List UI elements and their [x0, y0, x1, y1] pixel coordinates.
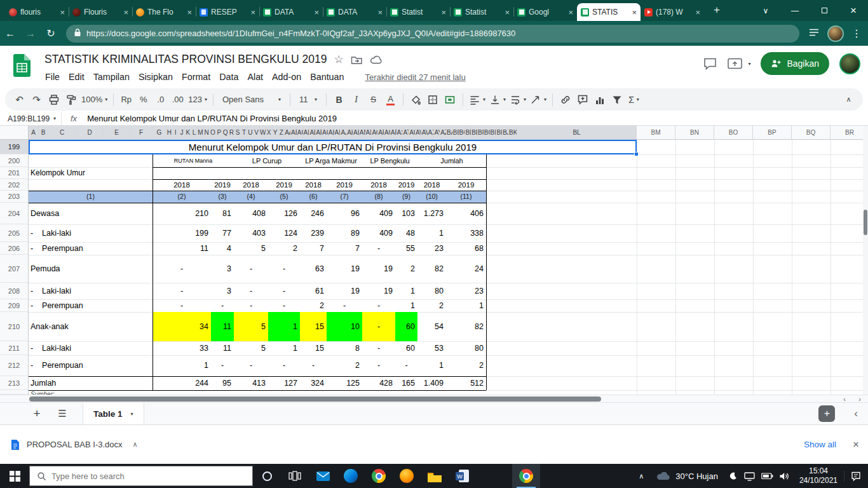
cell-204-1[interactable]: 210	[153, 203, 211, 224]
cortana-icon[interactable]	[253, 464, 281, 488]
cell-207-6[interactable]: 19	[327, 255, 362, 283]
column-header-AM[interactable]: AM	[360, 126, 366, 140]
sheets-logo-icon[interactable]	[13, 54, 31, 79]
column-header-AN[interactable]: AN	[366, 126, 372, 140]
row-label-213[interactable]: Jumlah	[31, 376, 151, 390]
cell-209-6[interactable]: -	[327, 299, 362, 312]
column-header-AS[interactable]: AS	[397, 126, 403, 140]
document-title[interactable]: STATISTIK KRIMINALITAS PROVINSI BENGKULU…	[44, 53, 327, 66]
tab-close-icon[interactable]: ×	[568, 8, 573, 17]
row-header-206[interactable]: 206	[0, 242, 29, 255]
cell-207-3[interactable]: -	[234, 255, 268, 283]
cell-205-3[interactable]: 403	[234, 224, 268, 242]
taskbar-app-firefox[interactable]	[393, 464, 421, 488]
cell-208-7[interactable]: 19	[362, 283, 395, 299]
cell-209-2[interactable]: -	[211, 299, 234, 312]
font-size-select[interactable]: 11▾	[295, 92, 322, 108]
cell-210-9[interactable]: 54	[417, 312, 446, 341]
year-header[interactable]: 2018	[153, 179, 211, 191]
cell-213-7[interactable]: 428	[362, 376, 395, 390]
row-header-205[interactable]: 205	[0, 224, 29, 242]
year-header[interactable]: 2019	[211, 179, 234, 191]
cell-title[interactable]: Menurut Kelompok Umur dan LP/RUTAN Di Pr…	[29, 140, 637, 154]
taskbar-app-file-explorer[interactable]	[421, 464, 449, 488]
row-label-206[interactable]: - Perempuan	[31, 242, 151, 255]
select-all-corner[interactable]	[0, 126, 29, 140]
colnum-header[interactable]: (4)	[234, 191, 268, 203]
row-label-211[interactable]: - Laki-laki	[31, 341, 151, 355]
cell-208-8[interactable]: 1	[395, 283, 417, 299]
text-color-button[interactable]: A	[383, 92, 398, 108]
column-header-BH[interactable]: BH	[491, 126, 497, 140]
horizontal-scroll-thumb[interactable]	[29, 396, 601, 402]
row-header-212[interactable]: 212	[0, 355, 29, 376]
column-header-AO[interactable]: AO	[372, 126, 378, 140]
cell-206-5[interactable]: 7	[300, 242, 327, 255]
tab-close-icon[interactable]: ×	[250, 8, 255, 17]
share-button[interactable]: Bagikan	[761, 52, 829, 75]
colnum-header[interactable]: (7)	[327, 191, 362, 203]
cell-210-6[interactable]: 10	[327, 312, 362, 341]
column-header-AG[interactable]: AG	[322, 126, 329, 140]
cell-205-10[interactable]: 338	[446, 224, 486, 242]
group-header[interactable]: LP Curup	[234, 154, 300, 167]
column-header-Z[interactable]: Z	[278, 126, 285, 140]
tab-close-icon[interactable]: ×	[314, 8, 319, 17]
row-header-210[interactable]: 210	[0, 312, 29, 341]
year-header[interactable]: 2018	[417, 179, 446, 191]
row-label-212[interactable]: - Perempuan	[31, 355, 151, 376]
cell-210-8[interactable]: 60	[395, 312, 417, 341]
column-header-AB[interactable]: AB	[291, 126, 297, 140]
vertical-scrollbar[interactable]	[863, 126, 868, 395]
back-icon[interactable]: ←	[0, 28, 20, 39]
minimize-button[interactable]: —	[780, 0, 810, 21]
cell-205-5[interactable]: 239	[300, 224, 327, 242]
cell-211-5[interactable]: 15	[300, 341, 327, 355]
new-tab-button[interactable]: +	[709, 4, 724, 17]
browser-tab[interactable]: Flouris×	[69, 3, 132, 21]
cell-208-6[interactable]: 19	[327, 283, 362, 299]
browser-menu-caret-icon[interactable]: ∨	[751, 0, 780, 21]
merge-cells-icon[interactable]	[442, 92, 458, 108]
close-button[interactable]: ×	[839, 0, 868, 21]
row-label-210[interactable]: Anak-anak	[31, 312, 151, 341]
taskbar-clock[interactable]: 15:04 24/10/2021	[793, 466, 844, 485]
year-header[interactable]: 2019	[395, 179, 417, 191]
sheet-tab-table1[interactable]: Table 1▾	[83, 403, 144, 424]
column-header-AY[interactable]: AY	[434, 126, 440, 140]
account-avatar[interactable]	[839, 53, 860, 74]
collapse-panel-icon[interactable]: ‹	[854, 407, 858, 420]
row-header-213[interactable]: 213	[0, 376, 29, 390]
cell-210-1[interactable]: 34	[153, 312, 211, 341]
column-header-I[interactable]: I	[173, 126, 179, 140]
column-header-AC[interactable]: AC	[297, 126, 304, 140]
row-header-200[interactable]: 200	[0, 154, 29, 167]
row-header-208[interactable]: 208	[0, 283, 29, 299]
column-header-AW[interactable]: AW	[422, 126, 428, 140]
cell-206-7[interactable]: -	[362, 242, 395, 255]
cell-207-4[interactable]: -	[268, 255, 300, 283]
cell-210-2[interactable]: 11	[211, 312, 234, 341]
cell-211-10[interactable]: 80	[446, 341, 486, 355]
column-header-K[interactable]: K	[185, 126, 191, 140]
cell-212-4[interactable]: -	[268, 355, 300, 376]
column-header-AL[interactable]: AL	[353, 126, 360, 140]
battery-icon[interactable]	[759, 473, 776, 480]
cell-209-4[interactable]: -	[268, 299, 300, 312]
cell-212-5[interactable]: -	[300, 355, 327, 376]
cell-204-2[interactable]: 81	[211, 203, 234, 224]
row-label-204[interactable]: Dewasa	[31, 203, 151, 224]
all-sheets-icon[interactable]: ☰	[55, 408, 70, 419]
cell-211-3[interactable]: 5	[234, 341, 268, 355]
cloud-saved-icon[interactable]	[370, 55, 383, 65]
group-header[interactable]: RUTAN Manna	[153, 154, 234, 167]
menu-edit[interactable]: Edit	[64, 70, 89, 84]
download-item[interactable]: PROPOSAL BAB I-3.docx ∧	[10, 439, 138, 451]
cell-209-10[interactable]: 1	[446, 299, 486, 312]
cell-209-7[interactable]: -	[362, 299, 395, 312]
vertical-scroll-thumb[interactable]	[864, 210, 867, 235]
browser-profile-avatar[interactable]	[827, 25, 844, 42]
cell-213-3[interactable]: 413	[234, 376, 268, 390]
tab-close-icon[interactable]: ×	[377, 8, 383, 17]
sheet-tab-caret-icon[interactable]: ▾	[131, 411, 133, 417]
